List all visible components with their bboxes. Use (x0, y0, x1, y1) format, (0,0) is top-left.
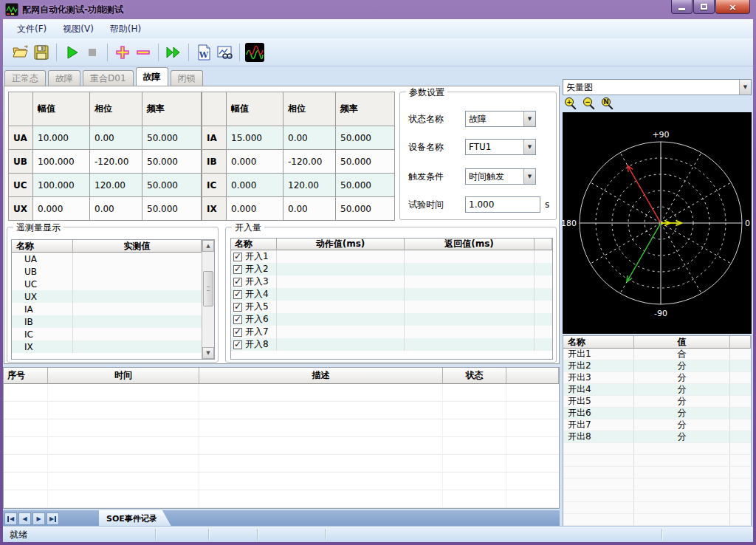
input-checkbox[interactable] (233, 265, 242, 274)
cell-ux-freq[interactable]: 50.000 (142, 197, 201, 220)
stop-button[interactable] (82, 42, 103, 63)
cell-ua-amp[interactable]: 10.000 (33, 126, 89, 149)
toolbar-separator (107, 44, 108, 61)
col-header-status: 状态 (443, 368, 506, 384)
digital-input-row: 开入7 (231, 326, 552, 338)
cell-ic-amp[interactable]: 0.000 (227, 174, 283, 196)
cell-ux-phase[interactable]: 0.00 (90, 197, 142, 220)
trigger-condition-select[interactable]: 时间触发 ▼ (465, 168, 536, 185)
tab-normal-state[interactable]: 正常态 (4, 70, 46, 86)
param-settings-group: 参数设置 状态名称 故障 ▼ 设备名称 FTU1 ▼ 触发条件 时间触发 ▼ (399, 92, 557, 220)
test-time-input[interactable] (465, 196, 540, 213)
device-name-select[interactable]: FTU1 ▼ (465, 139, 536, 155)
cell-ia-freq[interactable]: 50.000 (336, 126, 394, 149)
scroll-down-button[interactable]: ▼ (202, 347, 214, 359)
input-checkbox[interactable] (233, 290, 242, 299)
output-empty-row (563, 467, 751, 479)
digital-input-row: 开入5 (231, 301, 552, 313)
toolbar: W (3, 38, 753, 66)
run-all-button[interactable] (163, 42, 184, 63)
status-name-select[interactable]: 故障 ▼ (465, 111, 536, 127)
fault-tab-page: 幅值 相位 频率 UA 10.000 0.00 50.000 UB 100.00… (4, 86, 560, 364)
soe-event-tab[interactable]: SOE事件记录 (99, 510, 172, 527)
col-header-extra (506, 368, 559, 384)
svg-text:W: W (199, 50, 209, 60)
group-title: 遥测量显示 (13, 222, 63, 234)
input-checkbox[interactable] (233, 278, 242, 287)
nav-prev-button[interactable]: ◀ (18, 513, 31, 525)
col-header-action: 动作值(ms) (277, 239, 405, 250)
minimize-button[interactable] (671, 0, 693, 14)
add-button[interactable] (112, 42, 133, 63)
cell-ix-phase[interactable]: 0.00 (284, 197, 335, 220)
save-button[interactable] (31, 42, 52, 63)
col-header-seq: 序号 (4, 368, 48, 384)
cell-ib-phase[interactable]: -120.00 (284, 150, 335, 173)
cell-ua-phase[interactable]: 0.00 (90, 126, 142, 149)
statusbar: 就绪 (3, 526, 753, 542)
menu-help[interactable]: 帮助(H) (102, 20, 149, 38)
tab-fault-active[interactable]: 故障 (136, 67, 168, 86)
nav-next-button[interactable]: ▶ (32, 513, 45, 525)
cell-ux-amp[interactable]: 0.000 (33, 197, 89, 220)
menu-view[interactable]: 视图(V) (55, 20, 102, 38)
input-checkbox[interactable] (233, 253, 242, 261)
tab-reclose-d01[interactable]: 重合D01 (83, 70, 134, 86)
view-select[interactable]: 矢量图 ▼ (563, 79, 752, 95)
test-time-unit: s (545, 196, 549, 213)
fast-forward-icon (165, 44, 182, 61)
report-preview-icon (216, 44, 233, 61)
status-text: 就绪 (10, 529, 27, 541)
zoom-in-button[interactable]: + (564, 97, 577, 111)
right-panel: 矢量图 ▼ + − N +901800-90 名称 值 (563, 66, 752, 526)
voltage-table: 幅值 相位 频率 UA 10.000 0.00 50.000 UB 100.00… (8, 92, 202, 221)
zoom-normal-button[interactable]: N (601, 97, 614, 111)
cell-ix-amp[interactable]: 0.000 (227, 197, 283, 220)
chevron-down-icon: ▼ (523, 169, 535, 184)
group-title: 开入量 (232, 222, 264, 234)
cell-ua-freq[interactable]: 50.000 (142, 126, 201, 149)
cell-uc-phase[interactable]: 120.00 (90, 174, 142, 196)
state-tabbar: 正常态 故障 重合D01 故障 闭锁 (4, 67, 205, 86)
scroll-thumb[interactable] (203, 271, 213, 306)
nav-last-button[interactable]: ▶ (47, 513, 59, 525)
input-checkbox[interactable] (233, 303, 242, 312)
input-checkbox[interactable] (233, 328, 242, 337)
cell-ia-phase[interactable]: 0.00 (284, 126, 335, 149)
cell-ic-freq[interactable]: 50.000 (336, 174, 394, 196)
menu-file[interactable]: 文件(F) (9, 20, 55, 38)
telemetry-row: IA (12, 303, 202, 315)
cell-ix-freq[interactable]: 50.000 (336, 197, 394, 220)
tab-fault-1[interactable]: 故障 (48, 70, 80, 86)
cell-ia-amp[interactable]: 15.000 (227, 126, 283, 149)
waveform-button[interactable] (244, 42, 265, 63)
scroll-up-button[interactable]: ▲ (202, 240, 214, 252)
tab-lockout[interactable]: 闭锁 (171, 70, 203, 86)
input-checkbox[interactable] (233, 340, 242, 349)
zoom-out-button[interactable]: − (583, 97, 596, 111)
cell-ub-phase[interactable]: -120.00 (90, 150, 142, 173)
run-button[interactable] (61, 42, 82, 63)
cell-uc-amp[interactable]: 100.000 (33, 174, 89, 196)
report-preview-button[interactable] (214, 42, 235, 63)
cell-ib-freq[interactable]: 50.000 (336, 150, 394, 173)
cell-ic-phase[interactable]: 120.00 (284, 174, 335, 196)
close-icon: × (729, 1, 737, 13)
remove-button[interactable] (133, 42, 154, 63)
cell-ub-freq[interactable]: 50.000 (142, 150, 201, 173)
vertical-scrollbar[interactable]: ▲ ▼ (202, 240, 214, 359)
output-status-table: 名称 值 开出1合 开出2分 开出3分 开出4分 开出5分 开出6分 开出7分 … (563, 335, 752, 526)
cell-ub-amp[interactable]: 100.000 (33, 150, 89, 173)
toolbar-separator (239, 44, 240, 61)
cell-ib-amp[interactable]: 0.000 (227, 150, 283, 173)
nav-first-button[interactable]: ◀ (4, 513, 17, 525)
svg-text:180: 180 (563, 219, 577, 228)
plus-icon (114, 44, 131, 61)
input-checkbox[interactable] (233, 315, 242, 324)
col-header-measured: 实测值 (73, 240, 202, 253)
open-file-button[interactable] (10, 42, 31, 63)
cell-uc-freq[interactable]: 50.000 (142, 174, 201, 196)
close-button[interactable]: × (715, 0, 750, 14)
export-word-button[interactable]: W (193, 42, 214, 63)
maximize-button[interactable] (693, 0, 715, 14)
